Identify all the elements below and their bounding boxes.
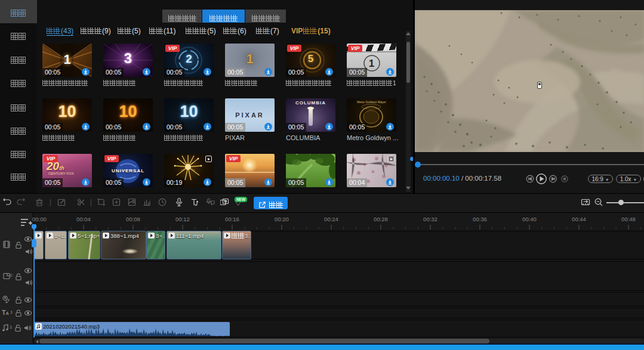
svg-text:00:28: 00:28 bbox=[374, 216, 388, 222]
svg-text:00:36: 00:36 bbox=[473, 216, 487, 222]
svg-text:00:08: 00:08 bbox=[126, 216, 140, 222]
svg-text:00:48: 00:48 bbox=[621, 216, 636, 222]
svg-text:00:24: 00:24 bbox=[324, 216, 338, 222]
svg-text:00:16: 00:16 bbox=[225, 216, 239, 222]
svg-text:00:00: 00:00 bbox=[32, 216, 47, 222]
svg-text:00:32: 00:32 bbox=[423, 216, 437, 222]
svg-text:00:12: 00:12 bbox=[175, 216, 190, 222]
svg-text:00:44: 00:44 bbox=[572, 216, 586, 222]
svg-text:00:20: 00:20 bbox=[275, 216, 289, 222]
svg-text:00:40: 00:40 bbox=[522, 216, 537, 222]
svg-text:00:04: 00:04 bbox=[76, 216, 91, 222]
